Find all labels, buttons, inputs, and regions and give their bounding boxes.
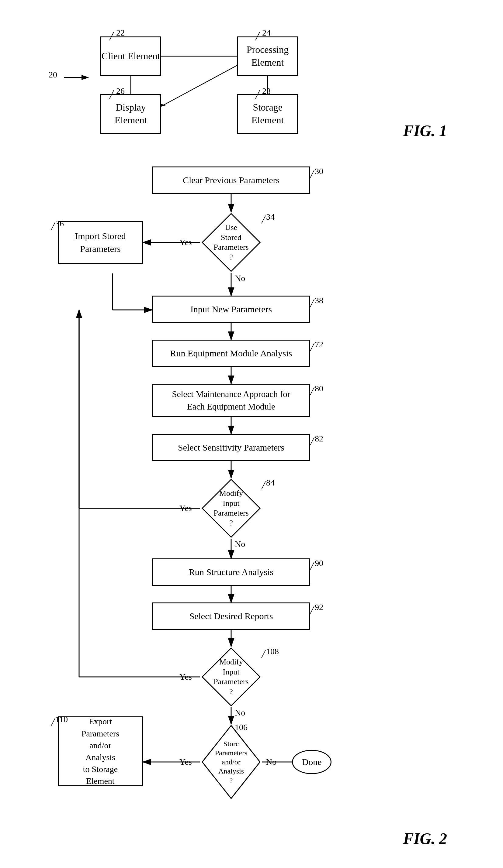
modify-input-1-text: ModifyInputParameters? [201, 478, 262, 539]
ref-72: 72 [315, 340, 323, 349]
ref-38: 38 [315, 296, 323, 305]
done-oval: Done [292, 750, 331, 774]
select-sens-box: Select Sensitivity Parameters [152, 434, 310, 461]
ref80-slash: ╱ [310, 388, 314, 395]
ref-34: 34 [266, 212, 275, 222]
processing-element-box: Processing Element [237, 37, 298, 76]
export-box: Export Parameters and/or Analysis to Sto… [58, 716, 143, 786]
ref24-slash: ╱ [255, 32, 260, 40]
store-params-text: StoreParametersand/orAnalysis? [201, 724, 262, 800]
ref-30: 30 [315, 166, 323, 176]
no-label-3: No [235, 708, 245, 717]
ref110-slash: ╱ [51, 718, 55, 726]
fig2-label: FIG. 2 [403, 830, 447, 848]
ref-22: 22 [116, 28, 125, 38]
ref38-slash: ╱ [310, 299, 314, 307]
ref-92: 92 [315, 602, 323, 612]
client-element-box: Client Element [100, 37, 161, 76]
page: 20 [0, 0, 503, 868]
fig1-label: FIG. 1 [403, 122, 447, 140]
ref82-slash: ╱ [310, 437, 314, 445]
ref108-slash: ╱ [262, 650, 265, 658]
ref72-slash: ╱ [310, 343, 314, 351]
fig2-area: Clear Previous Parameters 30 ╱ UseStored… [30, 161, 471, 854]
ref-108: 108 [266, 647, 279, 656]
yes-label-2: Yes [179, 504, 192, 513]
run-equipment-box: Run Equipment Module Analysis [152, 340, 310, 367]
ref-80: 80 [315, 384, 323, 393]
modify-input-2-text: ModifyInputParameters? [201, 647, 262, 707]
ref-28: 28 [262, 86, 271, 96]
ref34-slash: ╱ [262, 216, 265, 224]
modify-input-diamond-1: ModifyInputParameters? [201, 478, 262, 539]
svg-line-11 [161, 65, 237, 106]
ref-26: 26 [116, 86, 125, 96]
ref-36: 36 [56, 219, 64, 228]
ref84-slash: ╱ [262, 482, 265, 489]
ref-110: 110 [56, 715, 68, 724]
run-struct-box: Run Structure Analysis [152, 558, 310, 586]
ref-90: 90 [315, 558, 323, 568]
select-maint-box: Select Maintenance Approach for Each Equ… [152, 384, 310, 417]
fig1-area: 20 [30, 12, 471, 146]
ref28-slash: ╱ [255, 90, 260, 99]
input-new-box: Input New Parameters [152, 296, 310, 323]
ref-24: 24 [262, 28, 271, 38]
select-reports-box: Select Desired Reports [152, 602, 310, 630]
ref-106: 106 [235, 723, 248, 732]
ref30-slash: ╱ [310, 170, 314, 178]
ref-84: 84 [266, 478, 275, 488]
storage-element-box: Storage Element [237, 94, 298, 134]
ref92-slash: ╱ [310, 606, 314, 614]
use-stored-text: UseStoredParameters? [201, 212, 262, 273]
yes-label-1: Yes [179, 238, 192, 247]
ref-82: 82 [315, 434, 323, 444]
yes-label-4: Yes [179, 757, 192, 767]
ref36-slash: ╱ [51, 223, 55, 230]
no-label-1: No [235, 273, 245, 283]
ref26-slash: ╱ [110, 90, 114, 99]
use-stored-diamond: UseStoredParameters? [201, 212, 262, 273]
ref22-slash: ╱ [110, 32, 114, 40]
clear-previous-box: Clear Previous Parameters [152, 166, 310, 194]
modify-input-diamond-2: ModifyInputParameters? [201, 647, 262, 707]
yes-label-3: Yes [179, 672, 192, 682]
display-element-box: Display Element [100, 94, 161, 134]
ref90-slash: ╱ [310, 562, 314, 570]
no-label-4: No [266, 757, 276, 767]
ref-20: 20 [49, 70, 57, 80]
import-stored-box: Import Stored Parameters [58, 221, 143, 264]
store-params-diamond: StoreParametersand/orAnalysis? [201, 724, 262, 800]
no-label-2: No [235, 539, 245, 549]
